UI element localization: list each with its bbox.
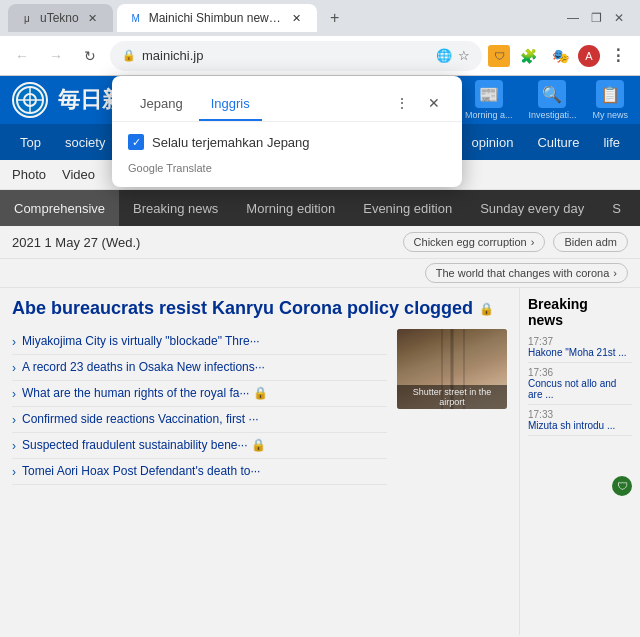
section-tabs: Comprehensive Breaking news Morning edit… (0, 190, 640, 226)
tab-morning-edition[interactable]: Morning edition (232, 190, 349, 226)
tab-sunday[interactable]: Sunday every day (466, 190, 598, 226)
right-sidebar: Breakingnews 17:37 Hakone "Moha 21st ...… (520, 288, 640, 635)
tab-mainichi[interactable]: M Mainichi Shimbun news and... ✕ (117, 4, 317, 32)
tab-bar: μ uTekno ✕ M Mainichi Shimbun news and..… (0, 0, 640, 36)
news-item-2[interactable]: › A record 23 deaths in Osaka New infect… (12, 355, 387, 381)
news-title-6: Tomei Aori Hoax Post Defendant's death t… (22, 464, 387, 478)
tag-chicken-egg-label: Chicken egg corruption (414, 236, 527, 248)
translate-popup: Jepang Inggris ⋮ ✕ ✓ Selalu terjemahkan … (112, 76, 462, 187)
popup-body: ✓ Selalu terjemahkan Jepang Google Trans… (112, 122, 462, 187)
nav-item-opinion[interactable]: opinion (460, 124, 526, 160)
nav-item-society[interactable]: society (53, 124, 117, 160)
nav-item-life[interactable]: life (591, 124, 632, 160)
thumb-caption: Shutter street in the airport (397, 385, 507, 409)
header-link-mynews[interactable]: 📋 My news (592, 80, 628, 120)
sidebar-news-text-3: Mizuta sh introdu ... (528, 420, 632, 431)
tab-breaking-news[interactable]: Breaking news (119, 190, 232, 226)
news-item-3[interactable]: › What are the human rights of the royal… (12, 381, 387, 407)
tag-corona[interactable]: The world that changes with corona › (425, 263, 628, 283)
tab-more[interactable]: S (598, 190, 635, 226)
checkbox-row: ✓ Selalu terjemahkan Jepang (128, 134, 446, 150)
video-link[interactable]: Video (62, 167, 95, 182)
avatar-icon[interactable]: A (578, 45, 600, 67)
date-bar: 2021 1 May 27 (Wed.) Chicken egg corrupt… (0, 226, 640, 259)
sidebar-time-2: 17:36 (528, 367, 553, 378)
header-link-mynews-label: My news (592, 110, 628, 120)
news-arrow-3: › (12, 387, 16, 401)
ext-icon-2[interactable]: 🧩 (514, 42, 542, 70)
news-title-2: A record 23 deaths in Osaka New infectio… (22, 360, 387, 374)
header-link-morning[interactable]: 📰 Morning a... (465, 80, 513, 120)
popup-tab-bar: Jepang Inggris ⋮ ✕ (112, 76, 462, 122)
translate-icon[interactable]: 🌐 (436, 48, 452, 63)
nav-item-top[interactable]: Top (8, 124, 53, 160)
tab-mainichi-close[interactable]: ✕ (289, 10, 305, 26)
news-thumbnail[interactable]: Shutter street in the airport (397, 329, 507, 409)
news-with-thumb: › Miyakojima City is virtually "blockade… (12, 329, 507, 485)
tag-arrow-1: › (531, 236, 535, 248)
shield-icon: 🛡 (612, 476, 632, 496)
forward-button[interactable]: → (42, 42, 70, 70)
corona-bar: The world that changes with corona › (0, 259, 640, 288)
sidebar-item-2[interactable]: 17:36 Concus not allo and are ... (528, 363, 632, 405)
sidebar-item-1[interactable]: 17:37 Hakone "Moha 21st ... (528, 332, 632, 363)
tag-chicken-egg[interactable]: Chicken egg corruption › (403, 232, 546, 252)
news-list: › Miyakojima City is virtually "blockade… (12, 329, 387, 485)
site-logo[interactable] (12, 82, 48, 118)
popup-options-button[interactable]: ⋮ (390, 91, 414, 115)
popup-actions: ⋮ ✕ (390, 91, 446, 119)
always-translate-checkbox[interactable]: ✓ (128, 134, 144, 150)
popup-tab-jepang[interactable]: Jepang (128, 88, 195, 121)
tab-utekno-favicon: μ (20, 11, 34, 25)
popup-tab-inggris[interactable]: Inggris (199, 88, 262, 121)
sidebar-time-1: 17:37 (528, 336, 553, 347)
news-item-1[interactable]: › Miyakojima City is virtually "blockade… (12, 329, 387, 355)
news-arrow-6: › (12, 465, 16, 479)
url-icons: 🌐 ☆ (436, 48, 470, 63)
star-icon[interactable]: ☆ (458, 48, 470, 63)
tab-comprehensive[interactable]: Comprehensive (0, 190, 119, 226)
lock-icon: 🔒 (122, 49, 136, 62)
address-bar: ← → ↻ 🔒 mainichi.jp 🌐 ☆ 🛡 🧩 🎭 A ⋮ (0, 36, 640, 76)
url-text: mainichi.jp (142, 48, 203, 63)
minimize-button[interactable]: — (567, 11, 579, 25)
left-content: Abe bureaucrats resist Kanryu Corona pol… (0, 288, 520, 635)
date-text: 2021 1 May 27 (Wed.) (12, 235, 140, 250)
header-link-investigate[interactable]: 🔍 Investigati... (528, 80, 576, 120)
sidebar-item-3[interactable]: 17:33 Mizuta sh introdu ... (528, 405, 632, 436)
main-headline[interactable]: Abe bureaucrats resist Kanryu Corona pol… (12, 298, 507, 319)
extension-icons: 🛡 🧩 🎭 A ⋮ (488, 42, 632, 70)
news-arrow-1: › (12, 335, 16, 349)
ext-icon-3[interactable]: 🎭 (546, 42, 574, 70)
main-headline-lock: 🔒 (479, 302, 494, 316)
news-title-3: What are the human rights of the royal f… (22, 386, 387, 400)
popup-close-button[interactable]: ✕ (422, 91, 446, 115)
main-headline-text: Abe bureaucrats resist Kanryu Corona pol… (12, 298, 473, 319)
news-item-6[interactable]: › Tomei Aori Hoax Post Defendant's death… (12, 459, 387, 485)
google-translate-label: Google Translate (128, 162, 212, 174)
news-item-4[interactable]: › Confirmed side reactions Vaccination, … (12, 407, 387, 433)
back-button[interactable]: ← (8, 42, 36, 70)
news-title-4: Confirmed side reactions Vaccination, fi… (22, 412, 387, 426)
date-bar-tags: Chicken egg corruption › Biden adm (403, 232, 628, 252)
tab-utekno-label: uTekno (40, 11, 79, 25)
news-arrow-2: › (12, 361, 16, 375)
ext-icon-1[interactable]: 🛡 (488, 45, 510, 67)
tab-evening-edition[interactable]: Evening edition (349, 190, 466, 226)
photo-link[interactable]: Photo (12, 167, 46, 182)
tab-utekno[interactable]: μ uTekno ✕ (8, 4, 113, 32)
more-options-button[interactable]: ⋮ (604, 42, 632, 70)
tag-biden[interactable]: Biden adm (553, 232, 628, 252)
sidebar-title: Breakingnews (528, 296, 632, 328)
reload-button[interactable]: ↻ (76, 42, 104, 70)
news-arrow-5: › (12, 439, 16, 453)
news-arrow-4: › (12, 413, 16, 427)
news-item-5[interactable]: › Suspected fraudulent sustainability be… (12, 433, 387, 459)
tab-utekno-close[interactable]: ✕ (85, 10, 101, 26)
tag-corona-arrow: › (613, 267, 617, 279)
close-window-button[interactable]: ✕ (614, 11, 624, 25)
nav-item-culture[interactable]: Culture (525, 124, 591, 160)
new-tab-button[interactable]: + (321, 4, 349, 32)
url-bar[interactable]: 🔒 mainichi.jp 🌐 ☆ (110, 41, 482, 71)
maximize-button[interactable]: ❐ (591, 11, 602, 25)
